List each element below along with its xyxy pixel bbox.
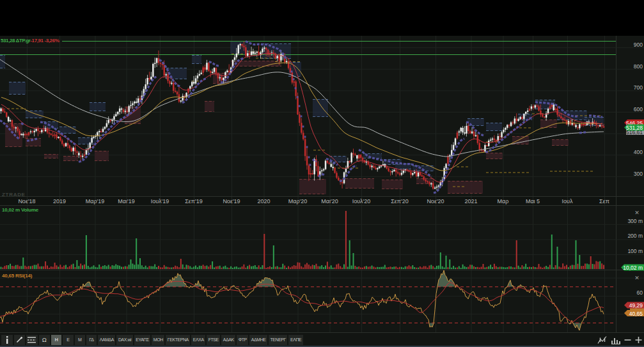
svg-text:700: 700 [634, 84, 643, 91]
svg-text:Ιουλ: Ιουλ [562, 198, 573, 204]
svg-text:300: 300 [634, 171, 643, 177]
svg-text:2021: 2021 [464, 198, 477, 204]
svg-text:40,65 RSI(14): 40,65 RSI(14) [2, 273, 33, 279]
svg-text:40,65: 40,65 [629, 311, 643, 317]
svg-text:531,28 ΔTP.gr-17,91 -3,26%: 531,28 ΔTP.gr-17,91 -3,26% [1, 38, 59, 43]
svg-text:10,02 m: 10,02 m [623, 265, 643, 271]
svg-text:400: 400 [634, 149, 643, 155]
svg-text:Ιουλ'20: Ιουλ'20 [352, 198, 371, 204]
svg-text:Σεπ'20: Σεπ'20 [391, 198, 409, 204]
svg-text:531,28: 531,28 [626, 125, 643, 131]
svg-text:900: 900 [634, 42, 643, 48]
svg-text:200 m: 200 m [627, 233, 643, 239]
svg-text:✕: ✕ [634, 210, 640, 216]
svg-text:300 m: 300 m [627, 218, 643, 224]
svg-text:49,29: 49,29 [629, 302, 643, 309]
svg-text:Ιουλ'19: Ιουλ'19 [151, 198, 169, 204]
svg-text:✕: ✕ [634, 275, 640, 281]
svg-text:Μαρ'20: Μαρ'20 [288, 198, 308, 204]
svg-text:Μαι 5: Μαι 5 [526, 198, 540, 204]
svg-text:2020: 2020 [257, 198, 270, 204]
svg-text:Σεπ'19: Σεπ'19 [185, 198, 203, 204]
svg-text:10,02 m Volume: 10,02 m Volume [2, 207, 39, 213]
svg-text:Μαρ: Μαρ [498, 198, 509, 204]
svg-text:Σεπ: Σεπ [599, 198, 609, 204]
svg-text:Νοε'20: Νοε'20 [427, 198, 444, 204]
svg-text:ZTRADE: ZTRADE [2, 192, 26, 197]
svg-text:600: 600 [634, 106, 643, 112]
svg-text:Μαι'19: Μαι'19 [118, 198, 134, 204]
svg-text:Μαρ'19: Μαρ'19 [86, 198, 105, 204]
svg-text:Νοε'18: Νοε'18 [18, 198, 35, 204]
svg-text:Νοε'19: Νοε'19 [223, 198, 240, 204]
svg-text:100 m: 100 m [627, 248, 643, 254]
svg-text:2019: 2019 [53, 198, 66, 204]
svg-text:Μαι'20: Μαι'20 [321, 198, 338, 204]
svg-text:60: 60 [637, 289, 643, 296]
svg-text:800: 800 [634, 63, 643, 70]
